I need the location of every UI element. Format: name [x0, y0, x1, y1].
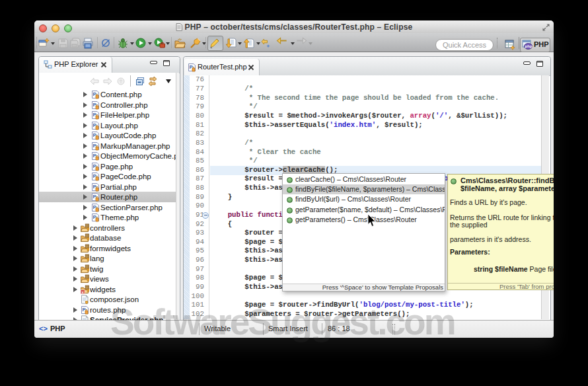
- svg-text:php: php: [525, 44, 533, 48]
